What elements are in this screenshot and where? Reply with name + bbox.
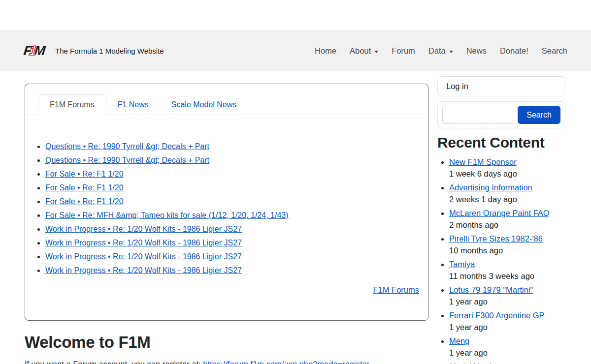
forum-topic-link[interactable]: Work in Progress • Re: 1/20 Wolf Kits - … [45, 239, 242, 247]
forum-feed-card: F1M Forums F1 News Scale Model News Ques… [25, 84, 428, 321]
search-button[interactable]: Search [518, 106, 560, 124]
main-nav: Home About Forum Data News [315, 46, 567, 56]
forum-topic-link[interactable]: For Sale • Re: MFH &amp; Tameo kits for … [45, 211, 289, 219]
list-item: Work in Progress • Re: 1/20 Wolf Kits - … [45, 250, 428, 264]
nav-item-label: About [350, 46, 371, 56]
forum-topic-link[interactable]: Work in Progress • Re: 1/20 Wolf Kits - … [45, 266, 242, 274]
welcome-text-prefix: If you want a Forum account, you can reg… [25, 360, 203, 364]
f1m-logo: F1M [23, 43, 45, 59]
card-footer: F1M Forums [25, 285, 419, 295]
recent-content-timestamp: 2 weeks 1 day ago [449, 193, 565, 205]
login-button[interactable]: Log in [437, 76, 565, 96]
list-item: Pirelli Tyre Sizes 1982-'86 10 months ag… [449, 233, 565, 256]
tab-scale-model-news[interactable]: Scale Model News [160, 95, 248, 115]
recent-content-link[interactable]: Lotus 79 1979 "Martini" [449, 285, 533, 294]
recent-content-timestamp: 1 year ago [449, 321, 565, 333]
recent-content-list: New F1M Sponsor 1 week 6 days ago Advert… [437, 156, 565, 364]
recent-content-link[interactable]: Pirelli Tyre Sizes 1982-'86 [449, 234, 543, 243]
chevron-down-icon [449, 51, 453, 53]
forum-topic-link[interactable]: For Sale • Re: F1 1/20 [45, 170, 124, 178]
list-item: Work in Progress • Re: 1/20 Wolf Kits - … [45, 236, 428, 250]
nav-item-label: Home [315, 46, 336, 56]
recent-content-timestamp: 1 year ago [449, 296, 565, 307]
list-item: For Sale • Re: F1 1/20 [45, 167, 428, 181]
recent-content-link[interactable]: Advertising Information [449, 183, 532, 192]
forum-topic-list: Questions • Re: 1990 Tyrrell &gt; Decals… [25, 140, 428, 277]
recent-content-timestamp: 1 week 6 days ago [449, 168, 565, 180]
recent-content-link[interactable]: Model Nerd [449, 362, 491, 364]
nav-item[interactable]: Data [428, 46, 453, 56]
list-item: Tamiya 11 months 3 weeks ago [449, 258, 565, 282]
forum-topic-link[interactable]: Work in Progress • Re: 1/20 Wolf Kits - … [45, 225, 242, 233]
recent-content-link[interactable]: Tamiya [449, 260, 475, 269]
forum-topic-link[interactable]: For Sale • Re: F1 1/20 [45, 183, 124, 192]
welcome-text: If you want a Forum account, you can reg… [25, 360, 428, 364]
site-logo[interactable]: F1M The Formula 1 Modeling Website [24, 43, 164, 59]
list-item: Work in Progress • Re: 1/20 Wolf Kits - … [45, 222, 428, 236]
content-area: F1M Forums F1 News Scale Model News Ques… [0, 71, 591, 364]
top-whitespace [0, 0, 591, 30]
search-input[interactable] [442, 106, 519, 124]
list-item: Lotus 79 1979 "Martini" 1 year ago [449, 284, 565, 307]
nav-item-label: Search [542, 46, 567, 56]
nav-item[interactable]: Search [542, 46, 567, 56]
nav-item-label: Donate! [500, 46, 528, 56]
forum-topic-link[interactable]: Questions • Re: 1990 Tyrrell &gt; Decals… [45, 156, 209, 164]
nav-item[interactable]: About [350, 46, 378, 56]
list-item: Questions • Re: 1990 Tyrrell &gt; Decals… [45, 140, 428, 153]
sidebar: Log in Search Recent Content New F1M Spo… [437, 76, 565, 364]
list-item: For Sale • Re: F1 1/20 [45, 181, 428, 195]
recent-content-link[interactable]: McLaren Orange Paint FAQ [449, 209, 550, 217]
forum-topic-link[interactable]: For Sale • Re: F1 1/20 [45, 197, 124, 206]
list-item: Questions • Re: 1990 Tyrrell &gt; Decals… [45, 153, 428, 167]
list-item: Meng 1 year ago [449, 335, 565, 359]
recent-content-link[interactable]: New F1M Sponsor [449, 157, 517, 166]
nav-item-label: Data [428, 46, 446, 56]
chevron-down-icon [374, 51, 378, 53]
recent-content-timestamp: 11 months 3 weeks ago [449, 270, 565, 282]
list-item: For Sale • Re: MFH &amp; Tameo kits for … [45, 209, 428, 222]
f1m-forums-link[interactable]: F1M Forums [373, 285, 419, 294]
list-item: Work in Progress • Re: 1/20 Wolf Kits - … [45, 264, 428, 277]
recent-content-link[interactable]: Ferrari F300 Argentine GP [449, 311, 545, 320]
forum-topic-link[interactable]: Work in Progress • Re: 1/20 Wolf Kits - … [45, 252, 242, 261]
tab-f1m-forums[interactable]: F1M Forums [38, 94, 106, 115]
recent-content-timestamp: 2 months ago [449, 219, 565, 231]
nav-item[interactable]: Home [315, 46, 336, 56]
main-column: F1M Forums F1 News Scale Model News Ques… [25, 76, 428, 364]
recent-content-link[interactable]: Meng [449, 336, 469, 345]
logo-letter-1: 1 [29, 43, 36, 58]
recent-content-timestamp: 1 year ago [449, 347, 565, 359]
tab-f1-news[interactable]: F1 News [106, 95, 160, 115]
list-item: Model Nerd [449, 361, 565, 364]
site-header: F1M The Formula 1 Modeling Website Home … [0, 30, 591, 71]
nav-item-label: Forum [392, 46, 415, 56]
list-item: Ferrari F300 Argentine GP 1 year ago [449, 309, 565, 333]
site-tagline: The Formula 1 Modeling Website [55, 47, 164, 55]
list-item: For Sale • Re: F1 1/20 [45, 195, 428, 209]
nav-item[interactable]: Donate! [500, 46, 528, 56]
recent-content-title: Recent Content [437, 134, 565, 151]
page-title: Welcome to F1M [25, 333, 428, 352]
register-link[interactable]: https://forum.f1m.com/ucp.php?mode=regis… [203, 360, 369, 364]
nav-item-label: News [466, 46, 487, 56]
list-item: New F1M Sponsor 1 week 6 days ago [449, 156, 565, 180]
forum-topic-link[interactable]: Questions • Re: 1990 Tyrrell &gt; Decals… [45, 142, 209, 151]
list-item: Advertising Information 2 weeks 1 day ag… [449, 182, 565, 205]
sidebar-search-form: Search [437, 101, 565, 128]
nav-item[interactable]: News [466, 46, 487, 56]
feed-tabs: F1M Forums F1 News Scale Model News [25, 84, 428, 115]
login-label: Log in [446, 82, 468, 91]
recent-content-timestamp: 10 months ago [449, 244, 565, 256]
list-item: McLaren Orange Paint FAQ 2 months ago [449, 207, 565, 231]
nav-item[interactable]: Forum [392, 46, 415, 56]
